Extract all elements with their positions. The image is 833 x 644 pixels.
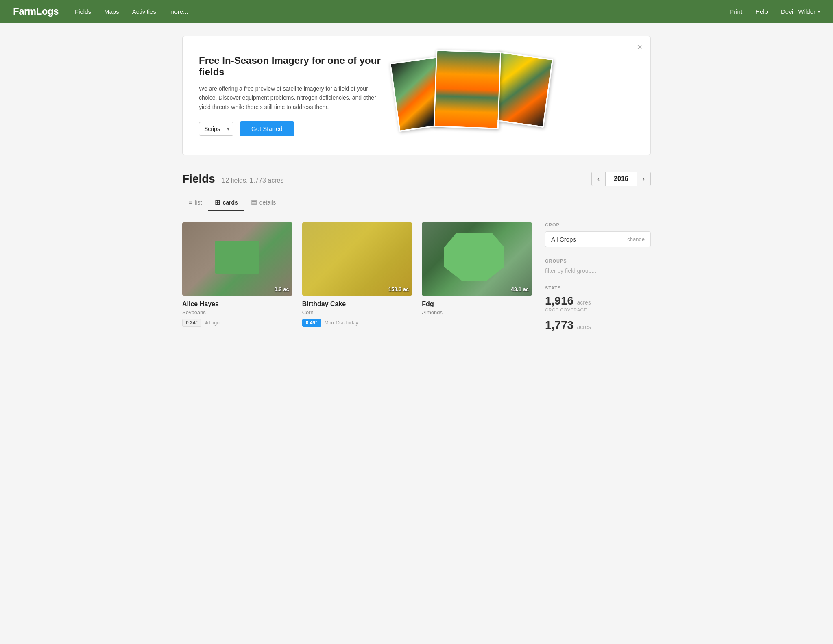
promo-controls: Scrips Get Started xyxy=(199,121,386,136)
nav-help[interactable]: Help xyxy=(755,8,768,15)
nav-more[interactable]: more... xyxy=(169,8,188,15)
field-acreage-birthday-cake: 158.3 ac xyxy=(388,286,409,292)
tab-list-label: list xyxy=(195,199,202,206)
rain-badge-birthday-cake: 0.49" xyxy=(302,319,321,327)
nav-right: Print Help Devin Wilder ▾ xyxy=(730,8,820,15)
promo-images xyxy=(386,51,634,140)
sidebar-groups-label: GROUPS xyxy=(545,259,651,263)
promo-banner: × Free In-Season Imagery for one of your… xyxy=(182,36,651,155)
sidebar: CROP All Crops change GROUPS filter by f… xyxy=(545,222,651,343)
satellite-image-2 xyxy=(434,50,502,129)
field-crop-birthday-cake: Corn xyxy=(302,309,412,315)
sidebar-crop-section: CROP All Crops change xyxy=(545,222,651,247)
promo-title: Free In-Season Imagery for one of your f… xyxy=(199,55,386,78)
nav-activities[interactable]: Activities xyxy=(132,8,156,15)
nav-print[interactable]: Print xyxy=(730,8,742,15)
crop-change-link[interactable]: change xyxy=(627,236,645,242)
field-crop-fdg: Almonds xyxy=(422,309,532,315)
crop-filter: All Crops change xyxy=(545,231,651,247)
field-select[interactable]: Scrips xyxy=(199,122,233,136)
field-acreage-fdg: 43.1 ac xyxy=(511,286,529,292)
sidebar-crop-label: CROP xyxy=(545,222,651,227)
stat-unit-1: acres xyxy=(577,299,591,306)
fields-title-group: Fields 12 fields, 1,773 acres xyxy=(182,172,283,185)
field-rain-alice-hayes: 0.24" 4d ago xyxy=(182,319,292,327)
field-thumbnail-fdg: 43.1 ac xyxy=(422,222,532,296)
fields-title: Fields xyxy=(182,172,215,185)
rain-badge-alice-hayes: 0.24" xyxy=(182,319,201,327)
stat-number-1: 1,916 xyxy=(545,294,574,307)
nav-fields[interactable]: Fields xyxy=(75,8,91,15)
cards-icon: ⊞ xyxy=(215,198,220,206)
content-layout: 0.2 ac Alice Hayes Soybeans 0.24" 4d ago… xyxy=(182,222,651,343)
field-select-wrapper: Scrips xyxy=(199,122,233,136)
close-icon[interactable]: × xyxy=(637,43,642,52)
nav-links: Fields Maps Activities more... xyxy=(75,8,730,15)
field-card-birthday-cake[interactable]: 158.3 ac Birthday Cake Corn 0.49" Mon 12… xyxy=(302,222,412,327)
field-card-fdg[interactable]: 43.1 ac Fdg Almonds xyxy=(422,222,532,327)
stat-sublabel-1: CROP COVERAGE xyxy=(545,307,651,312)
field-rain-birthday-cake: 0.49" Mon 12a-Today xyxy=(302,319,412,327)
year-navigator: ‹ 2016 › xyxy=(591,172,651,186)
field-crop-alice-hayes: Soybeans xyxy=(182,309,292,315)
promo-description: We are offering a free preview of satell… xyxy=(199,84,386,111)
view-tabs: ≡ list ⊞ cards ▤ details xyxy=(182,194,651,211)
stat-total-acres: 1,773 acres xyxy=(545,319,651,332)
nav-user-menu[interactable]: Devin Wilder ▾ xyxy=(781,8,820,15)
tab-details[interactable]: ▤ details xyxy=(244,194,282,211)
year-display: 2016 xyxy=(605,172,637,186)
fields-grid: 0.2 ac Alice Hayes Soybeans 0.24" 4d ago… xyxy=(182,222,532,343)
field-name-fdg: Fdg xyxy=(422,300,532,308)
main-content: × Free In-Season Imagery for one of your… xyxy=(172,23,661,356)
tab-cards-label: cards xyxy=(222,199,238,206)
logo[interactable]: FarmLogs xyxy=(13,6,59,17)
get-started-button[interactable]: Get Started xyxy=(240,121,294,136)
tab-cards[interactable]: ⊞ cards xyxy=(208,194,244,211)
stat-unit-2: acres xyxy=(577,324,591,330)
sidebar-stats-section: STATS 1,916 acres CROP COVERAGE 1,773 ac… xyxy=(545,285,651,332)
field-acreage-alice-hayes: 0.2 ac xyxy=(275,286,289,292)
field-thumbnail-birthday-cake: 158.3 ac xyxy=(302,222,412,296)
chevron-down-icon: ▾ xyxy=(818,9,820,14)
fields-header: Fields 12 fields, 1,773 acres ‹ 2016 › xyxy=(182,172,651,186)
details-icon: ▤ xyxy=(251,198,257,206)
list-icon: ≡ xyxy=(189,199,192,206)
field-thumbnail-alice-hayes: 0.2 ac xyxy=(182,222,292,296)
tab-details-label: details xyxy=(259,199,276,206)
sidebar-groups-section: GROUPS filter by field group... xyxy=(545,259,651,274)
stat-crop-coverage: 1,916 acres CROP COVERAGE xyxy=(545,294,651,312)
promo-text: Free In-Season Imagery for one of your f… xyxy=(199,55,386,136)
crop-filter-name: All Crops xyxy=(551,236,576,243)
fields-subtitle: 12 fields, 1,773 acres xyxy=(222,177,283,184)
rain-time-alice-hayes: 4d ago xyxy=(205,320,220,326)
satellite-imagery-2 xyxy=(435,51,500,128)
navbar: FarmLogs Fields Maps Activities more... … xyxy=(0,0,833,23)
rain-time-birthday-cake: Mon 12a-Today xyxy=(325,320,358,326)
field-card-alice-hayes[interactable]: 0.2 ac Alice Hayes Soybeans 0.24" 4d ago xyxy=(182,222,292,327)
nav-maps[interactable]: Maps xyxy=(104,8,119,15)
groups-filter-link[interactable]: filter by field group... xyxy=(545,268,651,274)
field-name-birthday-cake: Birthday Cake xyxy=(302,300,412,308)
field-name-alice-hayes: Alice Hayes xyxy=(182,300,292,308)
sidebar-stats-label: STATS xyxy=(545,285,651,290)
year-next-button[interactable]: › xyxy=(637,172,650,186)
stat-number-2: 1,773 xyxy=(545,319,574,331)
nav-username: Devin Wilder xyxy=(781,8,816,15)
year-prev-button[interactable]: ‹ xyxy=(592,172,605,186)
tab-list[interactable]: ≡ list xyxy=(182,194,208,211)
